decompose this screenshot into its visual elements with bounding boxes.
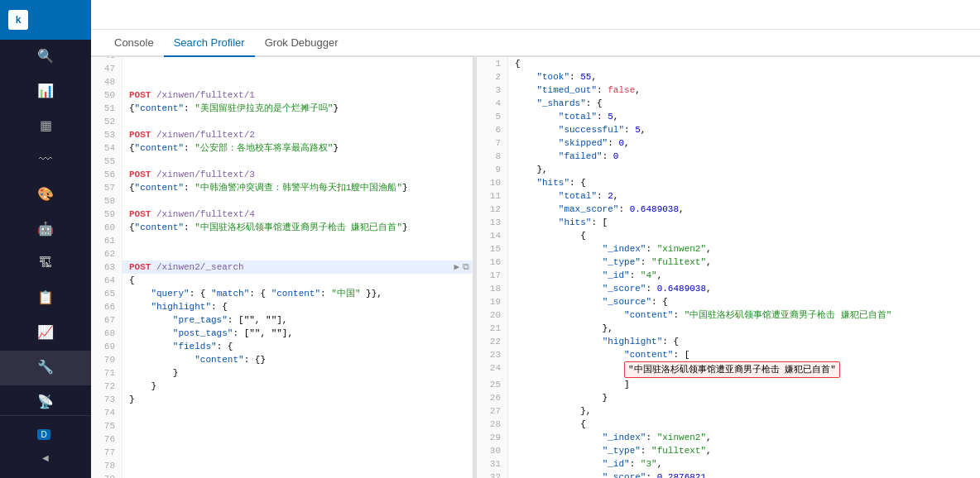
line-text: "_shards": { <box>508 97 980 110</box>
line-number: 62 <box>91 247 122 261</box>
highlight-result: "中国驻洛杉矶领事馆遭亚裔男子枪击 嫌犯已自首" <box>624 361 840 378</box>
line-number: 30 <box>477 444 508 457</box>
line-text: "hits": { <box>508 176 980 189</box>
sidebar-item-apm[interactable]: 📈 <box>0 316 91 351</box>
right-line-29: 29 "_index": "xinwen2", <box>477 431 980 444</box>
left-line-79: 79 <box>91 472 473 478</box>
right-line-11: 11 "total": 2, <box>477 189 980 203</box>
line-text: POST /xinwen2/_search <box>122 261 454 274</box>
left-line-76: 76 <box>91 433 473 446</box>
tab-grok-debugger[interactable]: Grok Debugger <box>255 30 348 57</box>
line-text: "_index": "xinwen2", <box>508 242 980 256</box>
line-number: 10 <box>477 176 508 189</box>
line-number: 9 <box>477 163 508 176</box>
line-text: "query": { "match": { "content": "中国" }}… <box>122 287 469 300</box>
tab-console[interactable]: Console <box>104 30 164 57</box>
right-line-4: 4 "_shards": { <box>477 97 980 110</box>
right-line-20: 20 "content": "中国驻洛杉矶领事馆遭亚裔男子枪击 嫌犯已自首" <box>477 308 980 322</box>
sidebar-item-infrastructure[interactable]: 🏗 <box>0 247 91 281</box>
sidebar-item-dev-tools[interactable]: 🔧 <box>0 351 91 385</box>
line-text: "successful": 5, <box>508 123 980 136</box>
sidebar-item-canvas[interactable]: 🎨 <box>0 178 91 213</box>
line-number: 25 <box>477 378 508 391</box>
line-text: "total": 5, <box>508 110 980 123</box>
line-text: } <box>122 380 469 393</box>
dev-tools-icon: 🔧 <box>37 359 54 375</box>
line-text: "total": 2, <box>508 189 980 203</box>
line-number: 51 <box>91 102 122 115</box>
right-line-16: 16 "_type": "fulltext", <box>477 256 980 269</box>
line-number: 17 <box>477 269 508 282</box>
line-number: 31 <box>477 457 508 471</box>
line-text <box>122 75 469 88</box>
line-number: 59 <box>91 208 122 221</box>
line-text: "pre_tags": ["", ""], <box>122 313 469 327</box>
query-editor[interactable]: 43 }44 }45}46474850POST /xinwen/fulltext… <box>91 57 473 478</box>
line-text: "_type": "fulltext", <box>508 444 980 457</box>
line-text: "content": [ <box>508 348 980 361</box>
left-line-53: 53POST /xinwen/fulltext/2 <box>91 128 473 141</box>
sidebar-item-discover[interactable]: 🔍 <box>0 40 91 74</box>
line-text: { <box>508 229 980 242</box>
line-number: 71 <box>91 366 122 380</box>
line-text: POST /xinwen/fulltext/4 <box>122 208 469 221</box>
line-number: 65 <box>91 287 122 300</box>
sidebar-item-logs[interactable]: 📋 <box>0 281 91 316</box>
sidebar-logo[interactable]: k <box>0 0 91 40</box>
line-text <box>122 194 469 208</box>
line-text: }, <box>508 163 980 176</box>
response-viewer[interactable]: 1{2 "took": 55,3 "timed_out": false,4 "_… <box>477 57 980 478</box>
line-number: 27 <box>477 404 508 418</box>
line-number: 8 <box>477 150 508 163</box>
line-number: 73 <box>91 393 122 406</box>
line-text: {"content": "中国驻洛杉矶领事馆遭亚裔男子枪击 嫌犯已自首"} <box>122 221 469 234</box>
sidebar-item-machine-learning[interactable]: 🤖 <box>0 213 91 247</box>
line-number: 1 <box>477 57 508 70</box>
line-number: 32 <box>477 471 508 478</box>
sidebar-item-timelion[interactable]: 〰 <box>0 144 91 178</box>
copy-icon[interactable]: ⧉ <box>463 261 469 274</box>
sidebar-collapse-button[interactable]: ◀ <box>0 447 91 471</box>
line-number: 11 <box>477 189 508 203</box>
sidebar-footer: D ◀ <box>0 415 91 478</box>
line-number: 26 <box>477 391 508 404</box>
line-text <box>122 433 469 446</box>
right-line-7: 7 "skipped": 0, <box>477 136 980 150</box>
line-number: 72 <box>91 380 122 393</box>
line-number: 66 <box>91 300 122 313</box>
right-line-22: 22 "highlight": { <box>477 335 980 348</box>
line-number: 5 <box>477 110 508 123</box>
tab-search-profiler[interactable]: Search Profiler <box>164 30 255 57</box>
sidebar-item-dashboard[interactable]: ▦ <box>0 109 91 144</box>
right-line-5: 5 "total": 5, <box>477 110 980 123</box>
right-panel: 1{2 "took": 55,3 "timed_out": false,4 "_… <box>477 57 980 478</box>
left-line-59: 59POST /xinwen/fulltext/4 <box>91 208 473 221</box>
line-number: 28 <box>477 418 508 431</box>
line-text: "_index": "xinwen2", <box>508 431 980 444</box>
collapse-icon: ◀ <box>42 453 49 462</box>
line-number: 48 <box>91 75 122 88</box>
sidebar-default-space[interactable]: D <box>0 423 91 447</box>
right-line-3: 3 "timed_out": false, <box>477 84 980 97</box>
right-line-8: 8 "failed": 0 <box>477 150 980 163</box>
line-number: 76 <box>91 433 122 446</box>
right-line-14: 14 { <box>477 229 980 242</box>
left-line-69: 69 "fields": { <box>91 340 473 353</box>
right-line-6: 6 "successful": 5, <box>477 123 980 136</box>
line-actions: ▶⧉ <box>454 261 473 274</box>
line-number: 47 <box>91 62 122 75</box>
left-line-48: 48 <box>91 75 473 88</box>
sidebar-item-monitoring[interactable]: 📡 <box>0 385 91 415</box>
line-text: "_id": "4", <box>508 269 980 282</box>
sidebar: k 🔍 📊 ▦ 〰 🎨 🤖 🏗 <box>0 0 91 478</box>
line-text: { <box>508 57 980 70</box>
run-icon[interactable]: ▶ <box>454 261 459 274</box>
line-text <box>122 419 469 433</box>
line-text: POST /xinwen/fulltext/2 <box>122 128 469 141</box>
line-text: "post_tags": ["", ""], <box>122 327 469 340</box>
sidebar-item-visualize[interactable]: 📊 <box>0 74 91 109</box>
line-number: 23 <box>477 348 508 361</box>
line-number: 16 <box>477 256 508 269</box>
left-line-65: 65 "query": { "match": { "content": "中国"… <box>91 287 473 300</box>
line-text: }, <box>508 404 980 418</box>
